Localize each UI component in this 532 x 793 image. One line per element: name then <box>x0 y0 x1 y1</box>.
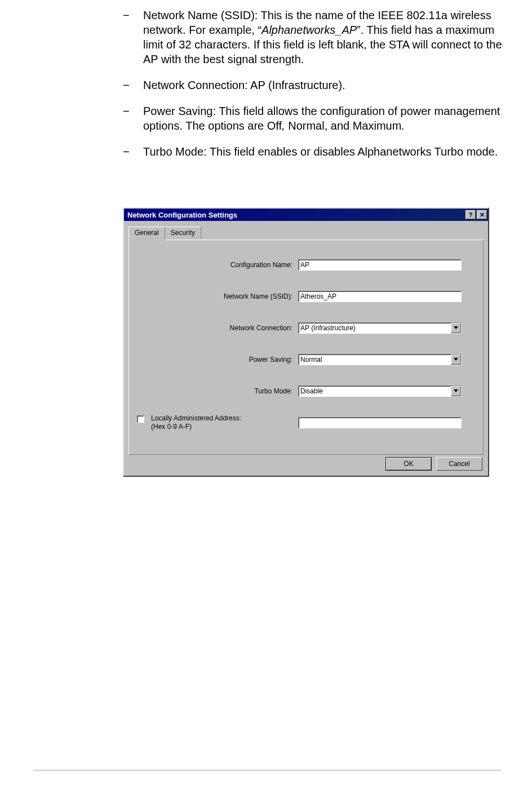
ok-button[interactable]: OK <box>385 457 432 471</box>
dash-icon: − <box>123 144 130 159</box>
tab-strip: GeneralSecurity Configuration Name: AP N… <box>128 227 484 455</box>
label-config-name: Configuration Name: <box>129 261 298 269</box>
dropdown-button[interactable] <box>451 323 461 333</box>
dropdown-button[interactable] <box>451 355 461 365</box>
chevron-down-icon <box>454 389 458 393</box>
combo-value: Disable <box>300 387 323 395</box>
help-button[interactable]: ? <box>466 210 476 219</box>
dash-icon: − <box>123 104 130 118</box>
cancel-button[interactable]: Cancel <box>436 457 482 471</box>
dialog-window: Network Configuration Settings ? ✕ Gener… <box>123 207 489 477</box>
svg-marker-1 <box>454 358 458 361</box>
input-config-name[interactable]: AP <box>298 259 462 271</box>
input-ssid[interactable]: Atheros_AP <box>298 291 462 302</box>
dash-icon: − <box>123 78 130 92</box>
bullet-item: − Turbo Mode: This field enables or disa… <box>123 144 506 159</box>
label-power-saving: Power Saving: <box>129 356 298 364</box>
combo-turbo-mode[interactable]: Disable <box>298 386 462 397</box>
dropdown-button[interactable] <box>451 386 461 396</box>
checkbox-local-address[interactable] <box>137 415 144 423</box>
input-value: AP <box>300 261 309 269</box>
tab-label: Security <box>171 229 195 237</box>
footer-rule <box>34 770 501 770</box>
svg-marker-2 <box>454 389 458 392</box>
help-icon: ? <box>469 212 473 218</box>
combo-value: AP (Infrastructure) <box>300 324 356 332</box>
bullet-item: − Network Name (SSID): This is the name … <box>123 8 506 67</box>
label-turbo-mode: Turbo Mode: <box>129 387 298 395</box>
label-ssid: Network Name (SSID): <box>129 293 298 300</box>
close-icon: ✕ <box>480 212 485 218</box>
input-local-address[interactable] <box>298 417 462 428</box>
bullet-text: Turbo Mode: This field enables or disabl… <box>143 145 498 158</box>
tab-general[interactable]: General <box>128 227 165 240</box>
bullet-text: Network Name (SSID): This is the name of… <box>143 9 502 65</box>
tab-label: General <box>135 229 159 237</box>
chevron-down-icon <box>454 358 458 361</box>
close-button[interactable]: ✕ <box>477 210 487 219</box>
bullet-item: − Network Connection: AP (Infrastructure… <box>123 78 506 92</box>
bullet-item: − Power Saving: This field allows the co… <box>123 104 506 133</box>
combo-power-saving[interactable]: Normal <box>298 354 462 365</box>
label-network-connection: Network Connection: <box>129 324 298 332</box>
combo-value: Normal <box>300 356 322 364</box>
title-buttons: ? ✕ <box>466 210 487 219</box>
tab-panel: Configuration Name: AP Network Name (SSI… <box>128 240 484 455</box>
input-value: Atheros_AP <box>300 293 336 300</box>
button-label: Cancel <box>449 460 469 468</box>
bullet-text: Network Connection: AP (Infrastructure). <box>143 79 345 91</box>
bullet-list: − Network Name (SSID): This is the name … <box>123 8 506 170</box>
button-label: OK <box>404 460 413 468</box>
title-bar[interactable]: Network Configuration Settings ? ✕ <box>124 209 488 221</box>
bullet-text: Power Saving: This field allows the conf… <box>143 105 500 132</box>
window-title: Network Configuration Settings <box>127 211 237 219</box>
svg-marker-0 <box>454 326 458 329</box>
chevron-down-icon <box>454 326 458 330</box>
dialog-buttons: OK Cancel <box>124 455 488 471</box>
tab-security[interactable]: Security <box>165 227 201 239</box>
label-local-address: Locally Administered Address: (Hex 0-9 A… <box>151 414 252 431</box>
dash-icon: − <box>123 8 130 23</box>
combo-network-connection[interactable]: AP (Infrastructure) <box>298 322 462 334</box>
